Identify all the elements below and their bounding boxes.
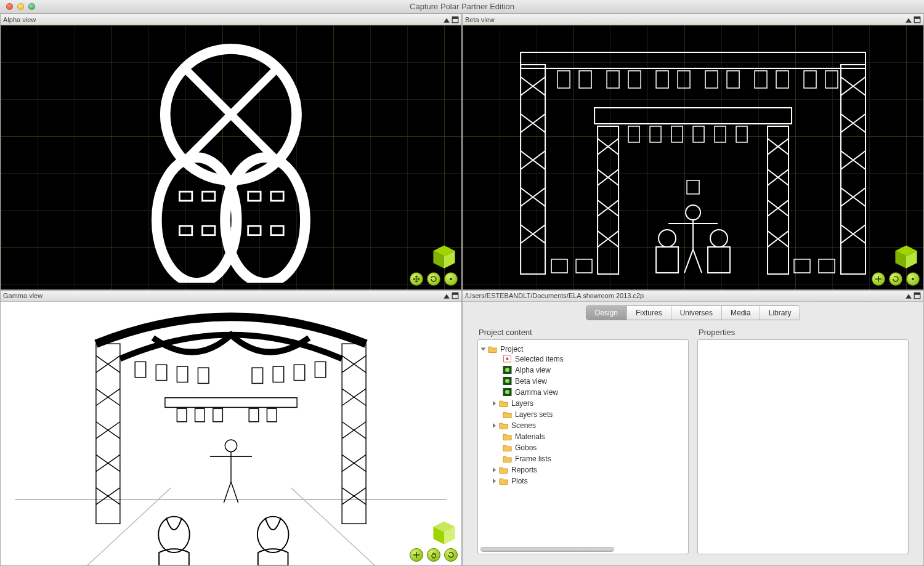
tree-item-alpha-view[interactable]: Alpha view xyxy=(493,366,684,374)
tree-item-scenes[interactable]: Scenes xyxy=(493,421,684,430)
tree-item-layers-sets[interactable]: Layers sets xyxy=(493,410,684,419)
properties-box[interactable] xyxy=(697,339,909,555)
reset-button[interactable] xyxy=(444,272,458,286)
tree-label: Alpha view xyxy=(515,366,551,374)
beta-pane: Beta view xyxy=(462,14,924,290)
hand-button[interactable] xyxy=(427,548,440,562)
svg-rect-2 xyxy=(452,17,458,19)
window-controls xyxy=(0,3,35,10)
disclosure-icon[interactable] xyxy=(493,467,496,472)
tree-item-gobos[interactable]: Gobos xyxy=(493,443,684,452)
project-tree-box: Project Selected items xyxy=(477,339,689,555)
tree-item-gamma-view[interactable]: Gamma view xyxy=(493,388,684,397)
disclosure-icon[interactable] xyxy=(493,423,496,428)
beta-viewport[interactable] xyxy=(463,25,923,289)
view-cube-icon[interactable] xyxy=(431,519,458,546)
zoom-window-button[interactable] xyxy=(28,3,35,10)
pane-dock-icon[interactable] xyxy=(452,16,459,23)
tree-label: Beta view xyxy=(515,377,547,386)
minimize-window-button[interactable] xyxy=(17,3,24,10)
svg-point-65 xyxy=(912,278,914,280)
svg-rect-84 xyxy=(195,408,205,421)
svg-rect-82 xyxy=(315,362,326,377)
svg-rect-23 xyxy=(914,17,920,19)
project-content-label: Project content xyxy=(477,328,689,339)
pane-maximize-icon[interactable] xyxy=(905,292,912,299)
disclosure-icon[interactable] xyxy=(493,401,496,406)
pane-dock-icon[interactable] xyxy=(452,292,459,299)
tree-item-frame-lists[interactable]: Frame lists xyxy=(493,455,684,463)
svg-point-94 xyxy=(257,516,289,552)
tree-root[interactable]: Project xyxy=(482,345,684,354)
beta-title: Beta view xyxy=(465,16,495,23)
gamma-viewport[interactable] xyxy=(1,302,461,566)
view-icon xyxy=(503,388,512,396)
svg-rect-78 xyxy=(198,368,209,383)
view-cube-icon[interactable] xyxy=(893,243,920,270)
pan-button[interactable] xyxy=(872,272,885,286)
properties-title: /Users/ESTEBANDLT/Documents/ELA showroom… xyxy=(465,292,644,299)
disclosure-icon[interactable] xyxy=(493,479,496,483)
orbit-button[interactable] xyxy=(427,272,440,286)
svg-point-88 xyxy=(225,439,237,451)
panel-tabs: Design Fixtures Universes Media Library xyxy=(586,305,801,320)
svg-rect-72 xyxy=(96,344,120,524)
svg-rect-74 xyxy=(165,397,297,407)
view-icon xyxy=(503,377,512,385)
properties-header: /Users/ESTEBANDLT/Documents/ELA showroom… xyxy=(463,291,923,302)
pan-button[interactable] xyxy=(410,548,423,562)
pane-maximize-icon[interactable] xyxy=(443,16,450,23)
folder-icon xyxy=(499,421,508,429)
tab-fixtures[interactable]: Fixtures xyxy=(627,306,671,320)
tree-label: Materials xyxy=(515,432,545,441)
tree-item-beta-view[interactable]: Beta view xyxy=(493,377,684,386)
tree-item-materials[interactable]: Materials xyxy=(493,432,684,441)
svg-rect-87 xyxy=(267,408,277,421)
svg-rect-80 xyxy=(273,366,284,382)
project-tree[interactable]: Project Selected items xyxy=(478,340,688,500)
svg-rect-100 xyxy=(914,293,920,295)
svg-rect-86 xyxy=(249,408,259,421)
svg-marker-0 xyxy=(444,18,450,22)
orbit-button[interactable] xyxy=(889,272,902,286)
disclosure-icon[interactable] xyxy=(481,347,486,350)
pane-maximize-icon[interactable] xyxy=(443,292,450,299)
svg-rect-68 xyxy=(452,293,458,295)
tree-item-layers[interactable]: Layers xyxy=(493,399,684,408)
orbit-button[interactable] xyxy=(444,548,458,562)
pane-dock-icon[interactable] xyxy=(914,16,921,23)
tree-label: Reports xyxy=(511,466,537,474)
svg-marker-66 xyxy=(444,294,450,299)
folder-icon xyxy=(503,410,512,418)
tree-label: Project xyxy=(500,345,523,354)
tree-label: Gamma view xyxy=(515,388,558,397)
close-window-button[interactable] xyxy=(6,3,13,10)
svg-point-104 xyxy=(505,368,509,372)
alpha-pane: Alpha view xyxy=(0,14,462,290)
svg-marker-21 xyxy=(906,18,912,22)
pane-dock-icon[interactable] xyxy=(914,292,921,299)
folder-icon xyxy=(503,443,512,451)
tree-item-reports[interactable]: Reports xyxy=(493,466,684,474)
tab-universes[interactable]: Universes xyxy=(671,306,722,320)
reset-button[interactable] xyxy=(906,272,920,286)
tree-label: Plots xyxy=(511,477,528,485)
pane-maximize-icon[interactable] xyxy=(905,16,912,23)
svg-line-92 xyxy=(231,482,238,503)
tab-media[interactable]: Media xyxy=(722,306,760,320)
tree-item-selected-items[interactable]: Selected items xyxy=(493,355,684,363)
horizontal-scrollbar[interactable] xyxy=(480,547,614,552)
window-title: Capture Polar Partner Edition xyxy=(0,2,924,11)
tree-item-plots[interactable]: Plots xyxy=(493,477,684,485)
svg-rect-77 xyxy=(177,366,188,382)
svg-rect-81 xyxy=(294,365,305,380)
svg-point-20 xyxy=(450,278,452,280)
pan-button[interactable] xyxy=(410,272,423,286)
tab-design[interactable]: Design xyxy=(586,306,627,320)
tab-library[interactable]: Library xyxy=(760,306,800,320)
tree-label: Gobos xyxy=(515,443,537,452)
svg-line-91 xyxy=(224,482,231,503)
alpha-viewport[interactable] xyxy=(1,25,461,289)
alpha-title: Alpha view xyxy=(3,16,36,23)
view-cube-icon[interactable] xyxy=(431,243,458,270)
